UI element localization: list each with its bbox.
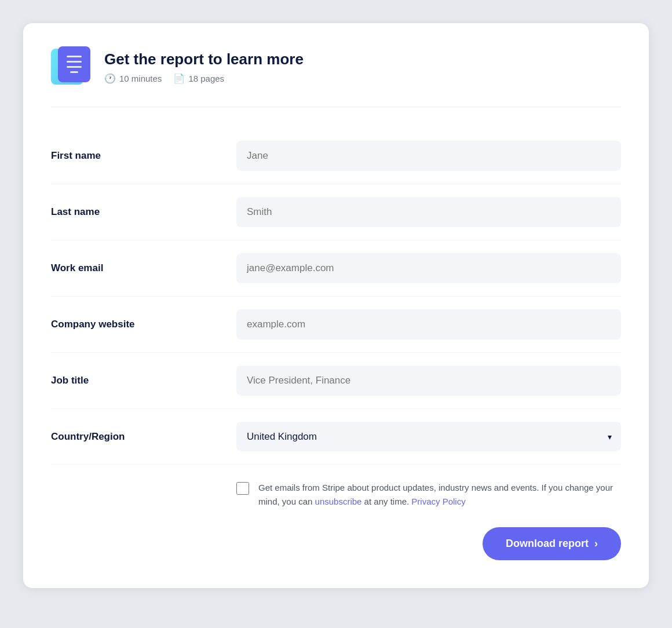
country-select[interactable]: United Kingdom United States Canada Aust…	[236, 422, 621, 451]
consent-checkbox[interactable]	[236, 482, 249, 495]
button-row: Download report ›	[51, 523, 621, 560]
header-meta: 🕐 10 minutes 📄 18 pages	[104, 73, 304, 84]
first-name-row: First name	[51, 128, 621, 184]
job-title-label: Job title	[51, 375, 236, 386]
document-icon: 📄	[173, 73, 185, 84]
page-wrapper: Get the report to learn more 🕐 10 minute…	[12, 12, 660, 628]
clock-icon: 🕐	[104, 73, 116, 84]
company-website-row: Company website	[51, 297, 621, 353]
work-email-input[interactable]	[236, 253, 621, 283]
icon-line-2	[67, 61, 81, 63]
page-title: Get the report to learn more	[104, 50, 304, 68]
consent-row: Get emails from Stripe about product upd…	[51, 465, 621, 523]
job-title-row: Job title	[51, 353, 621, 409]
lead-form: First name Last name Work email Company …	[51, 128, 621, 560]
main-card: Get the report to learn more 🕐 10 minute…	[23, 23, 649, 588]
unsubscribe-link[interactable]: unsubscribe	[315, 496, 362, 506]
icon-line-4	[70, 71, 78, 73]
country-select-wrapper: United Kingdom United States Canada Aust…	[236, 422, 621, 451]
country-row: Country/Region United Kingdom United Sta…	[51, 409, 621, 465]
work-email-row: Work email	[51, 240, 621, 297]
company-website-input[interactable]	[236, 309, 621, 339]
first-name-label: First name	[51, 150, 236, 162]
download-report-button[interactable]: Download report ›	[483, 527, 621, 560]
company-website-label: Company website	[51, 319, 236, 330]
job-title-input[interactable]	[236, 366, 621, 396]
time-label: 10 minutes	[119, 74, 162, 83]
icon-line-3	[67, 66, 81, 68]
pages-label: 18 pages	[188, 74, 224, 83]
consent-text: Get emails from Stripe about product upd…	[258, 481, 621, 509]
arrow-right-icon: ›	[594, 538, 598, 550]
header-text: Get the report to learn more 🕐 10 minute…	[104, 50, 304, 84]
work-email-label: Work email	[51, 262, 236, 274]
consent-text-middle: at any time.	[361, 496, 411, 506]
card-header: Get the report to learn more 🕐 10 minute…	[51, 46, 621, 107]
icon-front	[58, 46, 90, 82]
report-icon	[51, 46, 93, 88]
last-name-label: Last name	[51, 206, 236, 218]
pages-meta: 📄 18 pages	[173, 73, 224, 84]
time-meta: 🕐 10 minutes	[104, 73, 162, 84]
last-name-row: Last name	[51, 184, 621, 240]
first-name-input[interactable]	[236, 141, 621, 171]
icon-line-1	[67, 56, 81, 57]
last-name-input[interactable]	[236, 197, 621, 227]
download-button-label: Download report	[506, 538, 589, 550]
privacy-policy-link[interactable]: Privacy Policy	[411, 496, 465, 506]
country-label: Country/Region	[51, 431, 236, 443]
